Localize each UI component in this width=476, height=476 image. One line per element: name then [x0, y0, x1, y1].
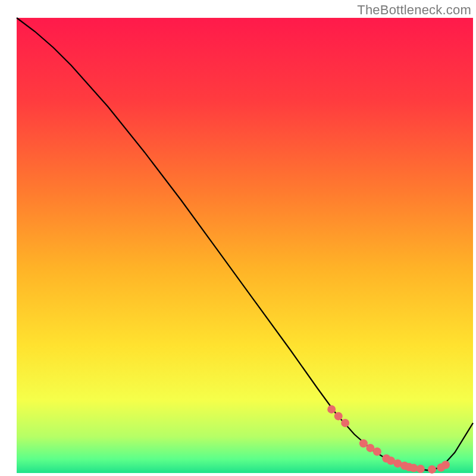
- marker-dot: [334, 412, 343, 420]
- attribution-label: TheBottleneck.com: [357, 2, 471, 18]
- marker-dot: [441, 461, 450, 469]
- bottleneck-chart: [0, 0, 476, 476]
- marker-dot: [341, 419, 349, 427]
- marker-dot: [327, 405, 336, 414]
- marker-dot: [373, 447, 381, 456]
- plot-background: [17, 18, 473, 473]
- marker-dot: [359, 439, 368, 447]
- marker-dot: [416, 465, 425, 473]
- marker-dot: [428, 465, 436, 474]
- chart-container: TheBottleneck.com: [0, 0, 476, 476]
